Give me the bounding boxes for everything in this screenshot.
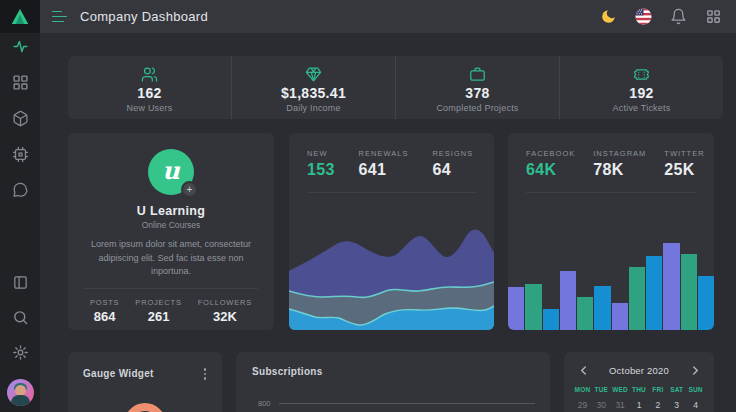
bar	[681, 254, 697, 330]
stat-value: 64	[432, 161, 473, 179]
sidebar-nav	[0, 38, 40, 199]
stat-value: 864	[90, 309, 119, 324]
social-card: FACEBOOK 64K INSTAGRAM 78K TWITTER 25K	[508, 133, 714, 330]
gauge-arc	[124, 403, 166, 412]
triangle-logo-icon	[11, 8, 29, 25]
sidebar-item-messages[interactable]	[12, 182, 29, 199]
calendar-prev-button[interactable]	[577, 364, 589, 376]
profile-stat-posts: POSTS 864	[90, 298, 119, 324]
moon-icon	[600, 8, 617, 25]
calendar-day-name: MON	[573, 386, 592, 393]
subscriptions-card: Subscriptions 800	[236, 352, 550, 412]
subscriptions-title: Subscriptions	[252, 366, 323, 377]
profile-stats: POSTS 864 PROJECTS 261 FOLLOWERS 32K	[68, 289, 274, 324]
memberships-area-chart	[289, 225, 494, 330]
chevron-left-icon	[579, 366, 588, 375]
calendar-day-name: WED	[611, 386, 630, 393]
stat-value: 192	[629, 85, 653, 101]
top-header: Company Dashboard	[40, 0, 736, 33]
bar	[663, 243, 679, 330]
stat-label: PROJECTS	[135, 298, 181, 307]
gauge-title: Gauge Widget	[83, 368, 154, 379]
profile-avatar: u +	[148, 149, 194, 195]
sidebar-item-activity[interactable]	[12, 38, 29, 55]
apps-menu-button[interactable]	[704, 8, 722, 26]
search-icon	[12, 309, 29, 326]
sidebar-item-search[interactable]	[12, 309, 29, 326]
stat-active-tickets: 192 Active Tickets	[559, 56, 723, 119]
profile-stat-followers: FOLLOWERS 32K	[198, 298, 252, 324]
calendar-date[interactable]: 1	[630, 400, 649, 410]
chat-bubble-icon	[12, 182, 29, 199]
bar	[594, 286, 610, 330]
dark-mode-toggle[interactable]	[599, 8, 617, 26]
layout-panel-icon	[12, 274, 29, 291]
y-axis-tick: 800	[258, 399, 271, 408]
user-avatar[interactable]	[7, 379, 34, 406]
stat-label: INSTAGRAM	[593, 149, 646, 158]
stat-label: FOLLOWERS	[198, 298, 252, 307]
bar	[698, 276, 714, 330]
bar	[525, 284, 541, 330]
stat-instagram: INSTAGRAM 78K	[593, 149, 646, 179]
bar	[646, 256, 662, 330]
subscriptions-chart-axis: 800	[236, 399, 550, 408]
memberships-stats: NEW 153 RENEWALS 641 RESIGNS 64	[289, 133, 494, 179]
apps-grid-icon	[705, 8, 722, 25]
kebab-menu-button[interactable]	[202, 366, 209, 382]
stat-value: 32K	[198, 309, 252, 324]
settings-gear-icon	[12, 344, 29, 361]
calendar-date[interactable]: 29	[573, 400, 592, 410]
us-flag-icon	[635, 8, 652, 25]
sidebar-item-system[interactable]	[12, 146, 29, 163]
memberships-card: NEW 153 RENEWALS 641 RESIGNS 64	[289, 133, 494, 330]
calendar-day-name: SUN	[686, 386, 705, 393]
sidebar-item-layout[interactable]	[12, 274, 29, 291]
calendar-date[interactable]: 31	[611, 400, 630, 410]
calendar-date[interactable]: 3	[667, 400, 686, 410]
stat-value: 25K	[664, 161, 704, 179]
stat-value: 261	[135, 309, 181, 324]
calendar-date[interactable]: 2	[648, 400, 667, 410]
stat-label: NEW	[307, 149, 335, 158]
cpu-icon	[12, 146, 29, 163]
stat-value: $1,835.41	[281, 85, 346, 101]
bell-icon	[670, 8, 687, 25]
stat-label: RESIGNS	[432, 149, 473, 158]
calendar-next-button[interactable]	[689, 364, 701, 376]
profile-subtitle: Online Courses	[142, 220, 201, 230]
stat-value: 162	[137, 85, 161, 101]
calendar-day-name: SAT	[667, 386, 686, 393]
stat-twitter: TWITTER 25K	[664, 149, 704, 179]
menu-toggle-button[interactable]	[52, 11, 68, 23]
add-follow-button[interactable]: +	[181, 181, 198, 198]
sidebar	[0, 0, 40, 412]
calendar-date[interactable]: 4	[686, 400, 705, 410]
area-chart-svg	[289, 225, 494, 330]
sidebar-item-dashboard[interactable]	[12, 74, 29, 91]
stat-new: NEW 153	[307, 149, 335, 179]
stat-label: Daily Income	[286, 103, 340, 113]
bar	[577, 297, 593, 330]
users-icon	[141, 66, 158, 83]
language-selector[interactable]	[634, 8, 652, 26]
ticket-icon	[633, 66, 650, 83]
stat-value: 78K	[593, 161, 646, 179]
sidebar-item-settings[interactable]	[12, 344, 29, 361]
stat-label: TWITTER	[664, 149, 704, 158]
diamond-icon	[305, 66, 322, 83]
sidebar-item-products[interactable]	[12, 110, 29, 127]
notifications-button[interactable]	[669, 8, 687, 26]
subscriptions-header: Subscriptions	[236, 352, 550, 377]
stat-completed-projects: 378 Completed Projects	[395, 56, 559, 119]
calendar-date[interactable]: 30	[592, 400, 611, 410]
profile-bio: Lorem ipsum dolor sit amet, consectetur …	[68, 238, 274, 279]
app-logo[interactable]	[0, 0, 40, 33]
stat-daily-income: $1,835.41 Daily Income	[231, 56, 395, 119]
calendar-day-name: TUE	[592, 386, 611, 393]
page-title: Company Dashboard	[80, 9, 208, 24]
stat-label: Active Tickets	[613, 103, 671, 113]
dashboard-grid-icon	[12, 74, 29, 91]
calendar-day-name: THU	[630, 386, 649, 393]
company-dashboard-app: Company Dashboard	[0, 0, 736, 412]
